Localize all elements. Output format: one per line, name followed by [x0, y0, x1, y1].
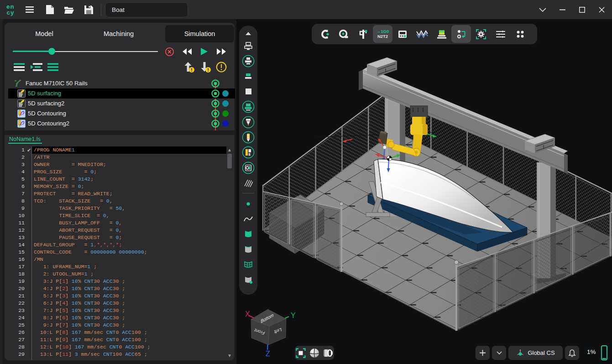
window-collapse-button[interactable]	[536, 3, 549, 16]
next-warning-button[interactable]	[198, 60, 213, 74]
tab-model[interactable]: Model	[10, 25, 78, 42]
code-line[interactable]: 11 BUSY_LAMP_OFF = 0,	[16, 219, 231, 227]
calculator-button[interactable]	[392, 25, 412, 43]
code-line[interactable]: 17 1: UFRAME_NUM=1 ;	[16, 263, 231, 270]
scroll-down-icon[interactable]: ▼	[226, 353, 233, 359]
code-line[interactable]: 27 11:L P[9] 167 mm/sec CNT0 ACC100 ;	[16, 336, 231, 343]
code-line[interactable]: 6MEMORY_SIZE = 0;	[16, 183, 231, 190]
warnings-button[interactable]	[214, 60, 229, 74]
surfaces-visibility-button[interactable]	[241, 227, 256, 242]
fast-forward-button[interactable]	[214, 44, 229, 59]
machine-parts-button[interactable]	[241, 53, 256, 68]
code-line[interactable]: 20 4:J P[2] 10% CNT30 ACC30 ;	[16, 285, 231, 292]
code-line[interactable]: 15CONTROL_CODE = 00000000 00000000;	[16, 249, 231, 256]
run-to-here-icon[interactable]	[211, 89, 220, 98]
code-line[interactable]: 24 8:J P[6] 10% CNT30 ACC30 ;	[16, 314, 231, 322]
notifications-button[interactable]	[565, 346, 579, 360]
code-line[interactable]: 26 10:L P[8] 167 mm/sec CNT0 ACC100 ;	[16, 329, 231, 336]
window-maximize-button[interactable]	[575, 3, 589, 16]
collapse-toolbar-button[interactable]	[241, 28, 256, 38]
fixture-visibility-button[interactable]	[241, 69, 256, 84]
tree-row[interactable]: 5D surfacing	[5, 88, 235, 99]
parameters-button[interactable]	[491, 25, 510, 43]
new-file-button[interactable]	[43, 3, 57, 16]
code-line[interactable]: 3OWNER = MNEDITOR;	[16, 161, 231, 168]
code-line[interactable]: 5LINE_COUNT = 3142;	[16, 176, 231, 183]
previous-warning-button[interactable]	[182, 60, 196, 74]
save-file-button[interactable]	[82, 3, 95, 16]
code-line[interactable]: 29 13:L P[11] 3 mm/sec CNT100 ACC65 ;	[16, 351, 231, 358]
run-to-here-icon[interactable]	[211, 99, 220, 108]
window-close-button[interactable]	[595, 3, 608, 16]
hatching-visibility-button[interactable]	[241, 176, 256, 191]
machine-visibility-button[interactable]	[241, 38, 256, 53]
mesh-visibility-button[interactable]	[241, 257, 256, 272]
code-line[interactable]: 9 TASK_PRIORITY = 50,	[16, 205, 231, 212]
main-menu-button[interactable]	[23, 3, 37, 16]
section-button[interactable]	[323, 348, 334, 359]
curves-visibility-button[interactable]	[241, 211, 256, 226]
add-cs-button[interactable]	[476, 346, 490, 360]
faces-visibility-button[interactable]	[241, 242, 256, 257]
code-line[interactable]: 28 12:L P[10] 167 mm/sec CNT0 ACC100 ;	[16, 343, 231, 351]
graphs-button[interactable]	[412, 25, 432, 43]
code-line[interactable]: 18 2: UTOOL_NUM=1 ;	[16, 270, 231, 278]
tool-visibility-button[interactable]	[241, 114, 256, 130]
tool-shank-visibility-button[interactable]	[241, 130, 256, 145]
simulation-progress-thumb[interactable]	[48, 48, 55, 55]
code-line[interactable]: 21 5:J P[3] 10% CNT30 ACC30 ;	[16, 292, 231, 300]
code-line[interactable]: 7PROTECT = READ_WRITE;	[16, 190, 231, 198]
run-to-here-icon[interactable]	[211, 109, 220, 118]
code-line[interactable]: 8TCD: STACK_SIZE = 0,	[16, 198, 231, 205]
code-line[interactable]: 25 9:J P[7] 10% CNT30 ACC30 ;	[16, 322, 231, 329]
project-name-field[interactable]: Boat	[105, 2, 188, 17]
blank-visibility-button[interactable]	[241, 84, 256, 99]
workpiece-visibility-button[interactable]	[241, 99, 256, 114]
code-line[interactable]: 19 3:J P[1] 10% CNT30 ACC30 ;	[16, 278, 231, 285]
toolholder-visibility-button[interactable]	[241, 145, 256, 160]
robot-flange-visibility-button[interactable]	[241, 160, 256, 175]
shading-button[interactable]	[309, 348, 320, 359]
tree-row[interactable]: 5D Contouring2	[5, 119, 235, 129]
machining-area-button[interactable]	[471, 25, 491, 43]
tree-row[interactable]: 5D surfacing2	[5, 99, 235, 109]
code-line[interactable]: 13 PAUSE_REQUEST = 0;	[16, 234, 231, 241]
code-line[interactable]: 4PROG_SIZE = 0;	[16, 168, 231, 176]
play-button[interactable]	[197, 44, 211, 59]
list-view-button[interactable]	[12, 60, 26, 74]
solids-visibility-button[interactable]	[241, 272, 256, 287]
rewind-button[interactable]	[180, 44, 194, 59]
nc-program-tab[interactable]: NoName1.ls	[9, 136, 41, 143]
code-line[interactable]: 1✔/PROG NONAME1	[16, 146, 231, 154]
code-line[interactable]: 14DEFAULT_GROUP = 1,*,*,*,*;	[16, 241, 231, 249]
scrollbar-thumb[interactable]	[227, 154, 232, 168]
app-logo-icon[interactable]: ency	[4, 2, 17, 17]
code-line[interactable]: 10 TIME_SLICE = 0,	[16, 212, 231, 219]
tab-machining[interactable]: Machining	[84, 25, 153, 42]
code-line[interactable]: 22 6:J P[4] 10% CNT30 ACC30 ;	[16, 300, 231, 307]
active-cs-button[interactable]: Global CS	[508, 346, 563, 360]
apps-button[interactable]	[510, 25, 530, 43]
interpreter-button[interactable]: →1G0 N2T2	[373, 25, 392, 43]
compact-list-view-button[interactable]	[46, 60, 60, 74]
stop-simulation-button[interactable]	[162, 44, 177, 59]
open-file-button[interactable]	[62, 3, 76, 16]
tree-row[interactable]: 5D Contouring	[5, 109, 235, 119]
tab-simulation[interactable]: Simulation	[165, 25, 234, 42]
run-to-here-icon[interactable]	[211, 79, 220, 88]
step-list-view-button[interactable]	[29, 60, 44, 74]
editor-scrollbar[interactable]: ▲ ▼	[226, 146, 233, 360]
view-cube[interactable]: Bottom Front Left X Y Z	[245, 309, 296, 358]
tree-row[interactable]: Fanuc M710IC 50 Rails	[5, 78, 235, 88]
cs-dropdown-button[interactable]	[492, 346, 506, 360]
workpiece-button[interactable]	[432, 25, 451, 43]
scroll-up-icon[interactable]: ▲	[226, 147, 233, 153]
nc-code-editor[interactable]: 1✔/PROG NONAME12/ATTR3OWNER = MNEDITOR;4…	[16, 146, 238, 360]
snap-button[interactable]	[314, 25, 334, 43]
code-line[interactable]: 12 ABORT_REQUEST = 0,	[16, 227, 231, 234]
run-to-here-icon[interactable]	[211, 119, 220, 128]
caliper-button[interactable]	[353, 25, 373, 43]
measure-button[interactable]	[334, 25, 353, 43]
fit-to-screen-button[interactable]	[295, 348, 306, 359]
window-minimize-button[interactable]	[555, 3, 569, 16]
